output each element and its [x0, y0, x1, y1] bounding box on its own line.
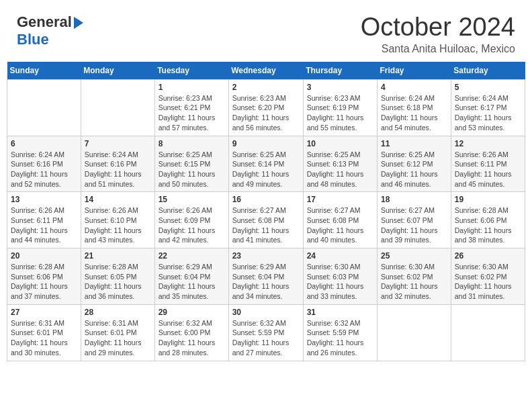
day-detail: Sunrise: 6:28 AM Sunset: 6:06 PM Dayligh…	[455, 205, 521, 245]
calendar-week-row: 27Sunrise: 6:31 AM Sunset: 6:01 PM Dayli…	[7, 304, 525, 361]
calendar-day-header: Sunday	[7, 62, 81, 80]
calendar-cell: 10Sunrise: 6:25 AM Sunset: 6:13 PM Dayli…	[303, 136, 377, 192]
day-number: 4	[381, 83, 447, 92]
day-number: 5	[455, 83, 521, 92]
calendar-cell: 31Sunrise: 6:32 AM Sunset: 5:59 PM Dayli…	[303, 304, 377, 361]
calendar-cell: 15Sunrise: 6:26 AM Sunset: 6:09 PM Dayli…	[154, 192, 228, 248]
day-number: 18	[381, 195, 447, 204]
day-detail: Sunrise: 6:28 AM Sunset: 6:05 PM Dayligh…	[85, 262, 151, 302]
logo-blue-text: Blue	[17, 31, 49, 48]
calendar-day-header: Tuesday	[154, 62, 228, 80]
day-number: 31	[307, 308, 373, 317]
day-detail: Sunrise: 6:28 AM Sunset: 6:06 PM Dayligh…	[11, 262, 77, 302]
calendar-cell: 22Sunrise: 6:29 AM Sunset: 6:04 PM Dayli…	[154, 248, 228, 305]
title-section: October 2024 Santa Anita Huiloac, Mexico	[361, 13, 515, 55]
calendar-day-header: Saturday	[451, 62, 525, 80]
day-number: 3	[307, 83, 373, 92]
day-number: 15	[159, 195, 225, 204]
day-detail: Sunrise: 6:25 AM Sunset: 6:13 PM Dayligh…	[307, 150, 373, 189]
day-number: 8	[159, 139, 225, 148]
day-number: 10	[307, 139, 373, 148]
calendar-cell: 14Sunrise: 6:26 AM Sunset: 6:10 PM Dayli…	[81, 192, 154, 248]
day-number: 20	[11, 251, 77, 261]
calendar-cell: 12Sunrise: 6:26 AM Sunset: 6:11 PM Dayli…	[451, 136, 525, 192]
day-detail: Sunrise: 6:27 AM Sunset: 6:07 PM Dayligh…	[381, 205, 447, 245]
calendar-cell: 21Sunrise: 6:28 AM Sunset: 6:05 PM Dayli…	[81, 248, 154, 305]
day-detail: Sunrise: 6:31 AM Sunset: 6:01 PM Dayligh…	[11, 318, 77, 358]
day-detail: Sunrise: 6:26 AM Sunset: 6:11 PM Dayligh…	[455, 150, 521, 189]
day-number: 9	[232, 139, 300, 148]
calendar-cell: 24Sunrise: 6:30 AM Sunset: 6:03 PM Dayli…	[303, 248, 377, 305]
logo-general-text: General	[17, 13, 72, 31]
calendar-cell	[451, 304, 525, 361]
calendar-cell: 13Sunrise: 6:26 AM Sunset: 6:11 PM Dayli…	[7, 192, 81, 248]
day-detail: Sunrise: 6:32 AM Sunset: 5:59 PM Dayligh…	[307, 318, 373, 358]
calendar-cell	[377, 304, 451, 361]
day-number: 14	[85, 195, 151, 204]
day-number: 16	[232, 195, 300, 204]
calendar-cell: 18Sunrise: 6:27 AM Sunset: 6:07 PM Dayli…	[377, 192, 451, 248]
day-detail: Sunrise: 6:25 AM Sunset: 6:14 PM Dayligh…	[232, 150, 300, 189]
day-detail: Sunrise: 6:30 AM Sunset: 6:03 PM Dayligh…	[307, 262, 373, 302]
day-number: 1	[159, 83, 225, 92]
day-detail: Sunrise: 6:25 AM Sunset: 6:12 PM Dayligh…	[381, 150, 447, 189]
day-detail: Sunrise: 6:30 AM Sunset: 6:02 PM Dayligh…	[455, 262, 521, 302]
calendar-cell	[7, 79, 81, 136]
calendar-week-row: 6Sunrise: 6:24 AM Sunset: 6:16 PM Daylig…	[7, 136, 525, 192]
calendar-cell: 23Sunrise: 6:29 AM Sunset: 6:04 PM Dayli…	[228, 248, 303, 305]
calendar-cell: 6Sunrise: 6:24 AM Sunset: 6:16 PM Daylig…	[7, 136, 81, 192]
calendar-cell	[81, 79, 154, 136]
calendar-table: SundayMondayTuesdayWednesdayThursdayFrid…	[7, 62, 525, 361]
logo: General Blue	[17, 13, 83, 48]
day-detail: Sunrise: 6:27 AM Sunset: 6:08 PM Dayligh…	[307, 205, 373, 245]
calendar-cell: 2Sunrise: 6:23 AM Sunset: 6:20 PM Daylig…	[228, 79, 303, 136]
calendar-cell: 3Sunrise: 6:23 AM Sunset: 6:19 PM Daylig…	[303, 79, 377, 136]
day-number: 22	[159, 251, 225, 261]
day-detail: Sunrise: 6:23 AM Sunset: 6:19 PM Dayligh…	[307, 93, 373, 133]
day-number: 21	[85, 251, 151, 261]
day-detail: Sunrise: 6:26 AM Sunset: 6:09 PM Dayligh…	[159, 205, 225, 245]
calendar-header-row: SundayMondayTuesdayWednesdayThursdayFrid…	[7, 62, 525, 80]
day-number: 2	[232, 83, 300, 92]
day-detail: Sunrise: 6:26 AM Sunset: 6:10 PM Dayligh…	[85, 205, 151, 245]
calendar-cell: 9Sunrise: 6:25 AM Sunset: 6:14 PM Daylig…	[228, 136, 303, 192]
calendar-cell: 5Sunrise: 6:24 AM Sunset: 6:17 PM Daylig…	[451, 79, 525, 136]
page-header: General Blue October 2024 Santa Anita Hu…	[7, 7, 525, 58]
day-number: 25	[381, 251, 447, 261]
calendar-day-header: Wednesday	[228, 62, 303, 80]
day-number: 28	[85, 308, 151, 317]
day-detail: Sunrise: 6:31 AM Sunset: 6:01 PM Dayligh…	[85, 318, 151, 358]
month-title: October 2024	[361, 13, 515, 42]
day-number: 7	[85, 139, 151, 148]
calendar-cell: 11Sunrise: 6:25 AM Sunset: 6:12 PM Dayli…	[377, 136, 451, 192]
day-number: 27	[11, 308, 77, 317]
day-number: 12	[455, 139, 521, 148]
day-detail: Sunrise: 6:32 AM Sunset: 5:59 PM Dayligh…	[232, 318, 300, 358]
day-detail: Sunrise: 6:32 AM Sunset: 6:00 PM Dayligh…	[159, 318, 225, 358]
day-number: 24	[307, 251, 373, 261]
day-detail: Sunrise: 6:29 AM Sunset: 6:04 PM Dayligh…	[232, 262, 300, 302]
day-number: 11	[381, 139, 447, 148]
calendar-cell: 7Sunrise: 6:24 AM Sunset: 6:16 PM Daylig…	[81, 136, 154, 192]
day-detail: Sunrise: 6:24 AM Sunset: 6:18 PM Dayligh…	[381, 93, 447, 133]
day-detail: Sunrise: 6:26 AM Sunset: 6:11 PM Dayligh…	[11, 205, 77, 245]
calendar-week-row: 20Sunrise: 6:28 AM Sunset: 6:06 PM Dayli…	[7, 248, 525, 305]
calendar-cell: 17Sunrise: 6:27 AM Sunset: 6:08 PM Dayli…	[303, 192, 377, 248]
calendar-cell: 27Sunrise: 6:31 AM Sunset: 6:01 PM Dayli…	[7, 304, 81, 361]
calendar-cell: 25Sunrise: 6:30 AM Sunset: 6:02 PM Dayli…	[377, 248, 451, 305]
calendar-week-row: 1Sunrise: 6:23 AM Sunset: 6:21 PM Daylig…	[7, 79, 525, 136]
calendar-day-header: Monday	[81, 62, 154, 80]
calendar-cell: 1Sunrise: 6:23 AM Sunset: 6:21 PM Daylig…	[154, 79, 228, 136]
day-number: 17	[307, 195, 373, 204]
day-number: 13	[11, 195, 77, 204]
location-title: Santa Anita Huiloac, Mexico	[361, 43, 515, 55]
day-number: 19	[455, 195, 521, 204]
calendar-cell: 26Sunrise: 6:30 AM Sunset: 6:02 PM Dayli…	[451, 248, 525, 305]
calendar-day-header: Thursday	[303, 62, 377, 80]
calendar-cell: 19Sunrise: 6:28 AM Sunset: 6:06 PM Dayli…	[451, 192, 525, 248]
calendar-cell: 20Sunrise: 6:28 AM Sunset: 6:06 PM Dayli…	[7, 248, 81, 305]
day-detail: Sunrise: 6:23 AM Sunset: 6:21 PM Dayligh…	[159, 93, 225, 133]
day-number: 26	[455, 251, 521, 261]
day-detail: Sunrise: 6:24 AM Sunset: 6:17 PM Dayligh…	[455, 93, 521, 133]
calendar-day-header: Friday	[377, 62, 451, 80]
